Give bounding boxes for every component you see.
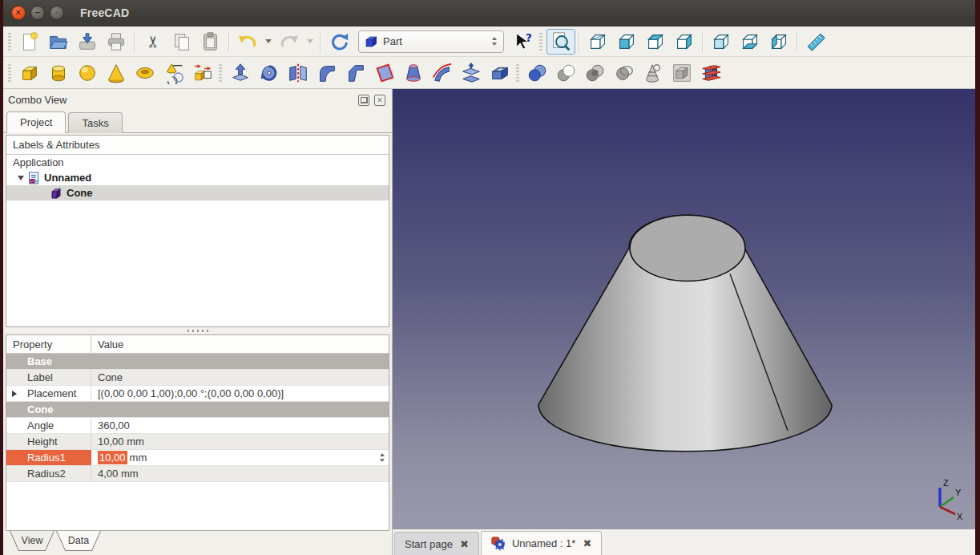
paste-button[interactable] <box>196 29 225 55</box>
rear-view-button[interactable] <box>707 29 736 55</box>
workbench-spinner[interactable] <box>492 37 498 46</box>
tree-item-application[interactable]: Application <box>6 155 389 170</box>
property-row-placement: Placement [(0,00 0,00 1,00);0,00 °;(0,00… <box>6 386 389 402</box>
undo-button[interactable] <box>233 29 262 55</box>
sweep-button[interactable] <box>428 60 457 86</box>
offset-button[interactable] <box>457 60 486 86</box>
bottom-view-button[interactable] <box>736 29 764 55</box>
axonometric-view-button[interactable] <box>583 29 612 55</box>
model-tree: Labels & Attributes Application Unnamed … <box>6 135 389 327</box>
close-tab-icon[interactable]: ✖ <box>583 537 591 549</box>
section-icon <box>613 62 635 84</box>
toolbar-drag-handle[interactable] <box>516 64 519 82</box>
workbench-cube-icon <box>364 34 378 49</box>
cone-object[interactable] <box>393 89 975 529</box>
part-sphere-button[interactable] <box>73 60 102 86</box>
left-view-icon <box>768 30 790 53</box>
open-button[interactable] <box>44 29 73 55</box>
loft-icon <box>402 62 425 84</box>
property-group-cone[interactable]: Cone <box>6 402 389 418</box>
close-tab-icon[interactable]: ✖ <box>460 538 469 550</box>
redo-dropdown[interactable] <box>304 29 317 55</box>
window-maximize-button[interactable]: ▫ <box>50 6 64 20</box>
part-cylinder-button[interactable] <box>44 60 73 86</box>
boolean-common-button[interactable] <box>581 60 610 86</box>
undo-dropdown[interactable] <box>262 29 275 55</box>
spinbox-arrows[interactable] <box>380 450 385 465</box>
toolbar-drag-handle[interactable] <box>8 64 11 82</box>
property-row-height: Height 10,00 mm <box>6 434 389 450</box>
property-group-base[interactable]: Base <box>6 354 389 370</box>
tree-item-unnamed[interactable]: Unnamed <box>6 170 389 185</box>
redo-button[interactable] <box>275 29 304 55</box>
panel-close-button[interactable]: ✕ <box>374 95 385 106</box>
measure-distance-button[interactable] <box>801 29 830 55</box>
window-close-button[interactable]: ✕ <box>11 6 26 20</box>
slice-button[interactable] <box>696 60 725 86</box>
boolean-cut-button[interactable] <box>552 60 581 86</box>
part-torus-button[interactable] <box>131 60 159 86</box>
toolbar-separator <box>134 31 135 52</box>
tab-unnamed-document[interactable]: Unnamed : 1* ✖ <box>481 531 602 555</box>
toolbar-drag-handle[interactable] <box>219 64 222 82</box>
left-view-button[interactable] <box>764 29 793 55</box>
column-value[interactable]: Value <box>91 335 389 353</box>
extrude-button[interactable] <box>226 60 255 86</box>
toolbar-drag-handle[interactable] <box>8 33 11 51</box>
property-columns: Property Value <box>6 335 389 354</box>
panel-splitter[interactable] <box>3 327 392 334</box>
create-primitives-button[interactable] <box>159 60 188 86</box>
property-row-radius2: Radius2 4,00 mm <box>6 466 389 482</box>
expander-icon[interactable] <box>18 176 24 180</box>
save-button[interactable] <box>73 29 102 55</box>
tab-tasks[interactable]: Tasks <box>68 112 122 133</box>
front-view-button[interactable] <box>612 29 641 55</box>
compound-button[interactable] <box>667 60 696 86</box>
expand-arrow-icon[interactable] <box>12 391 17 397</box>
tab-project[interactable]: Project <box>6 111 66 133</box>
shape-builder-button[interactable] <box>188 60 217 86</box>
whats-this-button[interactable]: ? <box>509 29 538 55</box>
cut-button[interactable]: ✂ <box>139 29 167 55</box>
chamfer-button[interactable] <box>341 60 370 86</box>
section-button[interactable] <box>610 60 639 86</box>
tab-data[interactable]: Data <box>56 531 101 551</box>
workbench-value: Part <box>383 35 487 47</box>
print-button[interactable] <box>102 29 131 55</box>
part-cone-button[interactable] <box>102 60 131 86</box>
fillet-button[interactable] <box>313 60 341 86</box>
refresh-button[interactable] <box>325 29 353 55</box>
radius1-editor[interactable]: 10,00 mm <box>91 450 389 465</box>
tree-item-cone[interactable]: Cone <box>6 185 389 201</box>
workbench-selector[interactable]: Part <box>358 30 504 53</box>
fillet-icon <box>316 62 338 84</box>
extrude-icon <box>229 62 252 84</box>
boolean-union-button[interactable] <box>523 60 552 86</box>
column-property[interactable]: Property <box>6 335 91 353</box>
ruled-surface-button[interactable] <box>370 60 399 86</box>
loft-button[interactable] <box>399 60 428 86</box>
tab-start-page[interactable]: Start page ✖ <box>394 532 479 555</box>
cross-sections-button[interactable] <box>639 60 667 86</box>
titlebar: ✕ − ▫ FreeCAD <box>3 0 975 26</box>
revolve-button[interactable] <box>255 60 284 86</box>
mirror-icon <box>287 62 309 84</box>
sweep-icon <box>431 62 454 84</box>
panel-float-button[interactable] <box>358 95 369 106</box>
right-view-button[interactable] <box>670 29 699 55</box>
part-box-button[interactable] <box>15 60 44 86</box>
toolbar-drag-handle[interactable] <box>539 33 542 51</box>
tab-view[interactable]: View <box>10 531 54 551</box>
new-document-button[interactable] <box>15 29 44 55</box>
window-minimize-button[interactable]: − <box>30 6 45 20</box>
copy-button[interactable] <box>167 29 196 55</box>
thickness-button[interactable] <box>486 60 514 86</box>
mirror-button[interactable] <box>284 60 313 86</box>
fit-all-button[interactable] <box>546 29 575 55</box>
selected-value[interactable]: 10,00 <box>98 451 127 464</box>
save-icon <box>76 30 99 53</box>
cross-sections-icon <box>642 62 664 84</box>
refresh-icon <box>328 30 350 53</box>
top-view-button[interactable] <box>641 29 670 55</box>
3d-viewport[interactable]: Z Y X <box>393 89 975 529</box>
